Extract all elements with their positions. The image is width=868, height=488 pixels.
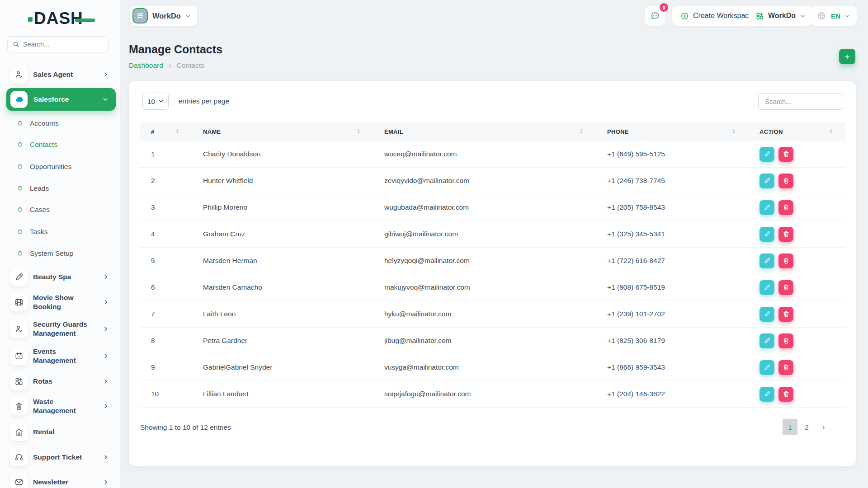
chat-bubble-icon [650, 11, 660, 21]
table-row: 5 Marsden Herman helyzyqoqi@mailinator.c… [140, 248, 845, 274]
sidebar-item-leads[interactable]: Leads [0, 180, 120, 197]
edit-button[interactable] [760, 174, 774, 188]
edit-button[interactable] [760, 200, 774, 215]
sidebar-item-label: Rotas [33, 377, 93, 386]
pencil-icon [764, 284, 771, 291]
row-number-cell: 2 [140, 177, 192, 185]
edit-button[interactable] [760, 280, 774, 295]
messages-button[interactable]: 0 [645, 6, 665, 26]
sidebar-item-waste-management[interactable]: Waste Management [0, 397, 120, 416]
table-footer: Showing 1 to 10 of 12 entries 1 2 › [140, 419, 845, 437]
column-header-phone[interactable]: PHONE ▲▼ [596, 122, 748, 141]
contact-name-cell: Graham Cruz [192, 230, 373, 238]
row-actions [748, 227, 845, 242]
chevron-right-icon [103, 274, 109, 280]
contact-email-cell: gibiwuj@mailinator.com [373, 230, 596, 238]
edit-button[interactable] [760, 147, 774, 162]
delete-button[interactable] [778, 227, 793, 242]
row-number-cell: 7 [140, 310, 192, 318]
logo-dash-accent [75, 19, 95, 22]
pencil-icon [764, 390, 771, 398]
sidebar-item-movie-show-booking[interactable]: Movie Show Booking [0, 293, 120, 312]
create-workspace-button[interactable]: Create Workspace [672, 6, 761, 26]
apps-menu-label: WorkDo [768, 12, 796, 20]
sidebar-item-newsletter[interactable]: Newsletter [0, 473, 120, 488]
chevron-down-icon [158, 99, 164, 104]
chevron-down-icon [185, 13, 191, 19]
column-header-number[interactable]: # ▲▼ [140, 122, 192, 141]
sidebar-item-events-management[interactable]: Events Management [0, 347, 120, 366]
sidebar-item-rental[interactable]: Rental [0, 422, 120, 441]
sidebar-item-opportunities[interactable]: Opportunities [0, 159, 120, 175]
row-number-cell: 9 [140, 363, 192, 371]
breadcrumb-dashboard-link[interactable]: Dashboard [129, 61, 163, 70]
delete-button[interactable] [778, 174, 793, 188]
sidebar-item-salesforce[interactable]: Salesforce [6, 88, 116, 111]
sub-item-label: Cases [30, 206, 50, 214]
delete-button[interactable] [778, 280, 793, 295]
add-contact-button[interactable]: + [839, 49, 855, 64]
workspace-switcher-button[interactable]: WorkDo [130, 6, 197, 26]
edit-button[interactable] [760, 253, 774, 268]
logo-dot-accent [28, 17, 33, 22]
contact-phone-cell: +1 (722) 616-8427 [596, 257, 748, 265]
column-header-email[interactable]: EMAIL ▲▼ [373, 122, 596, 141]
language-selector[interactable]: EN [811, 6, 857, 26]
edit-button[interactable] [760, 387, 774, 402]
sidebar-search-input[interactable] [23, 41, 104, 48]
sidebar-item-support-ticket[interactable]: Support Ticket [0, 448, 120, 467]
sidebar-item-label: Events Management [33, 347, 93, 365]
contact-email-cell: soqejafogu@mailinator.com [373, 390, 596, 398]
row-number-cell: 3 [140, 203, 192, 211]
sidebar-item-rotas[interactable]: Rotas [0, 372, 120, 391]
user-check-icon [10, 320, 28, 338]
sidebar-item-system-setup[interactable]: System Setup [0, 245, 120, 262]
bullet-icon [18, 207, 22, 212]
sidebar-item-label: Movie Show Booking [33, 293, 93, 311]
entries-per-page-select[interactable]: 10 [142, 93, 169, 110]
sidebar-item-tasks[interactable]: Tasks [0, 224, 120, 240]
delete-button[interactable] [778, 253, 793, 268]
contact-email-cell: hyku@mailinator.com [373, 310, 596, 318]
delete-button[interactable] [778, 147, 793, 162]
app-root: DASH Sales Agent Salesforce Account [0, 0, 868, 488]
sub-item-label: Contacts [30, 141, 57, 149]
chevron-down-icon [800, 13, 806, 19]
delete-button[interactable] [778, 333, 793, 348]
delete-button[interactable] [778, 307, 793, 322]
pencil-icon [764, 310, 771, 318]
column-header-name[interactable]: NAME ▲▼ [192, 122, 373, 141]
column-header-action[interactable]: ACTION ▲▼ [748, 122, 845, 141]
sidebar-item-contacts[interactable]: Contacts [0, 136, 120, 153]
pagination: 1 2 › [783, 419, 831, 435]
sidebar-item-sales-agent[interactable]: Sales Agent [0, 65, 120, 84]
apps-menu-button[interactable]: WorkDo [749, 6, 812, 26]
contact-phone-cell: +1 (205) 758-8543 [596, 203, 748, 211]
plus-circle-icon [680, 12, 689, 20]
sidebar-item-security-guards-management[interactable]: Security Guards Management [0, 316, 120, 342]
sidebar-item-label: Newsletter [33, 478, 93, 487]
pagination-next-icon[interactable]: › [816, 419, 831, 435]
sub-item-label: Opportunities [30, 163, 71, 171]
delete-button[interactable] [778, 387, 793, 402]
sort-icon: ▲▼ [829, 129, 833, 135]
edit-button[interactable] [760, 333, 774, 348]
sidebar-item-accounts[interactable]: Accounts [0, 115, 120, 131]
sidebar-item-label: Waste Management [33, 397, 93, 415]
contact-name-cell: Phillip Moreno [192, 203, 373, 211]
edit-button[interactable] [760, 307, 774, 322]
table-search-input[interactable] [758, 93, 843, 110]
edit-button[interactable] [760, 360, 774, 375]
contact-email-cell: vusyga@mailinator.com [373, 363, 596, 371]
pagination-page-1[interactable]: 1 [783, 419, 797, 435]
row-number-cell: 1 [140, 150, 192, 158]
sidebar-item-cases[interactable]: Cases [0, 202, 120, 218]
sidebar-item-label: Rental [33, 427, 93, 436]
pagination-page-2[interactable]: 2 [799, 419, 814, 435]
delete-button[interactable] [778, 360, 793, 375]
table-row: 7 Laith Leon hyku@mailinator.com +1 (239… [140, 301, 845, 328]
delete-button[interactable] [778, 200, 793, 215]
edit-button[interactable] [760, 227, 774, 242]
bullet-icon [18, 230, 22, 234]
sidebar-item-beauty-spa[interactable]: Beauty Spa [0, 267, 120, 286]
